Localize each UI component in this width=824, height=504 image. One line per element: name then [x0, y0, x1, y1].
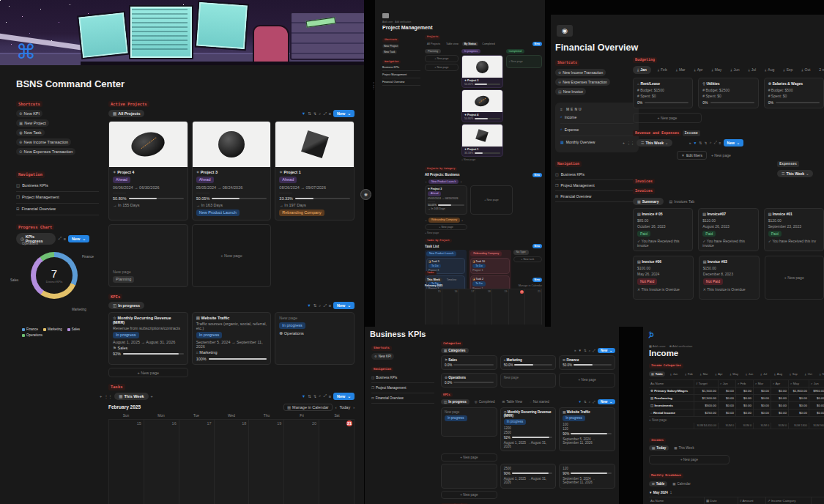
- pm-tab[interactable]: Completed: [480, 41, 497, 47]
- expand-icon[interactable]: ⤢: [323, 303, 326, 308]
- expand-icon[interactable]: ⤢: [593, 349, 595, 352]
- month-tab[interactable]: ⤓Nov: [817, 371, 824, 377]
- project-card-empty[interactable]: New page Planning: [108, 224, 188, 287]
- calendar-cell[interactable]: 16: [442, 289, 459, 325]
- calendar-cell[interactable]: 20: [284, 420, 319, 504]
- plus-icon[interactable]: +: [623, 141, 625, 145]
- month-tab[interactable]: ⤓Feb: [683, 371, 695, 377]
- expand-icon[interactable]: ⤢: [714, 140, 717, 145]
- month-tab[interactable]: ⤓Feb: [656, 66, 669, 74]
- search-icon[interactable]: ⌕: [319, 393, 321, 399]
- pm-tab-this-week[interactable]: This Week: [425, 278, 442, 282]
- shortcut-new-kpi[interactable]: ⊕New KPI: [16, 110, 42, 117]
- pm-tab[interactable]: Table view: [444, 41, 461, 47]
- search-icon[interactable]: ⌕: [710, 140, 712, 145]
- month-tab-jan[interactable]: ⤓Jan: [633, 66, 651, 74]
- plus-icon[interactable]: +: [461, 219, 463, 222]
- month-tab[interactable]: ⤓Mar: [698, 371, 710, 377]
- menu-item-expense[interactable]: ⌕Expense: [560, 124, 634, 136]
- new-page-button[interactable]: + New page: [633, 113, 702, 123]
- tab-mb-table[interactable]: ⊞Table: [649, 481, 667, 486]
- invoice-card[interactable]: ▤ Invoice # 05 $85.00 October 26, 2023 P…: [633, 208, 693, 251]
- tab-in-progress[interactable]: ◫In progress: [108, 302, 144, 309]
- chevron-right-icon[interactable]: ›: [353, 405, 355, 410]
- sort-icon[interactable]: ⇅: [584, 400, 587, 404]
- bolt-icon[interactable]: ↯: [313, 111, 317, 116]
- pm-nav-item[interactable]: Financial Overview: [382, 78, 420, 86]
- month-tab[interactable]: ⤓Jan: [668, 371, 680, 377]
- pm-project-card[interactable]: ✦ Project 450.80%: [461, 89, 503, 122]
- calendar-cell[interactable]: 19: [249, 420, 284, 504]
- kanban-col-header[interactable]: No Type: [513, 250, 529, 254]
- tab-expenses-this-week[interactable]: ☰This Week⌄: [777, 170, 813, 177]
- month-tab[interactable]: ⤓Apr: [692, 66, 705, 74]
- settings-icon[interactable]: ≡: [329, 111, 331, 116]
- shortcut-new-project[interactable]: ▣New Project: [16, 119, 49, 127]
- month-tab[interactable]: ⤓Jun: [728, 66, 741, 74]
- settings-icon[interactable]: ≡: [329, 303, 331, 308]
- calendar-cell[interactable]: 16: [144, 420, 179, 504]
- calendar-cell[interactable]: 17: [459, 289, 475, 325]
- group-toggle-icon[interactable]: ⌄: [425, 180, 427, 183]
- bkpi-shortcut-new-kpi[interactable]: ⊕New KPI: [371, 353, 394, 360]
- nav-financial-overview[interactable]: ⊟Financial Overview: [16, 204, 99, 215]
- shortcut-new-income[interactable]: ⊕New Income Transaction: [16, 138, 71, 146]
- pm-tab-timeline[interactable]: Timeline: [445, 277, 459, 283]
- invoice-card[interactable]: ▤ Invoice #03 $150.00 December 8, 2023 N…: [699, 256, 760, 300]
- kpi-card-values[interactable]: 2500 90% August 1, 2025 → August 31, 202…: [500, 464, 557, 489]
- new-page-card[interactable]: + New page: [470, 185, 513, 215]
- kanban-col-header[interactable]: In progress: [461, 49, 480, 53]
- nav-financial-overview[interactable]: ⊟Financial Overview: [555, 191, 637, 202]
- kpi-card-new-page[interactable]: New page In progress ⚉ Operations: [275, 312, 355, 365]
- new-page-button[interactable]: + New page: [441, 491, 497, 499]
- filter-icon[interactable]: ▼: [579, 400, 582, 404]
- calendar-cell[interactable]: 15: [426, 289, 442, 325]
- new-page-link[interactable]: + New page: [425, 231, 542, 234]
- month-tab[interactable]: ⤓Aug: [772, 371, 784, 377]
- kpi-card-empty[interactable]: [441, 464, 497, 489]
- new-button[interactable]: New: [532, 42, 542, 46]
- pm-shortcut-new-task[interactable]: New Task: [382, 50, 397, 54]
- pm-project-card[interactable]: ✦ Project 350.05%: [461, 55, 503, 88]
- drag-handle-icon[interactable]: ⋮⋮: [104, 394, 112, 399]
- group-header[interactable]: Rebranding Company: [428, 218, 460, 222]
- budget-card-salaries[interactable]: ⚉ Salaries & Wages # Budget: $500 # Spen…: [764, 78, 824, 108]
- filter-icon[interactable]: ▼: [693, 141, 697, 145]
- kpi-card-values[interactable]: 120 90% September 5, 2024 → September 11…: [559, 464, 615, 489]
- category-card-new-page[interactable]: New page: [500, 373, 557, 388]
- search-icon[interactable]: ⌕: [589, 400, 591, 404]
- donut-chart[interactable]: 7Distinct KPIs: [31, 252, 78, 299]
- sort-icon[interactable]: ⇅: [308, 111, 311, 116]
- filter-icon[interactable]: ▼: [307, 303, 311, 308]
- bolt-icon[interactable]: ↯: [313, 394, 317, 399]
- month-tab[interactable]: ⤓Oct: [803, 371, 814, 377]
- expand-icon[interactable]: ⤢: [323, 111, 326, 116]
- month-tab[interactable]: ⤓May: [728, 371, 741, 377]
- calendar-cell[interactable]: 21: [525, 289, 542, 325]
- new-button[interactable]: New: [532, 173, 542, 177]
- new-page-card[interactable]: + New page: [425, 64, 459, 71]
- tab-mb-calendar[interactable]: ▦Calendar: [670, 481, 693, 487]
- calendar-cell-today[interactable]: 21: [319, 420, 355, 504]
- fin-shortcut-new-expenses[interactable]: ⊖New Expenses Transaction: [555, 78, 610, 86]
- table-row-name[interactable]: ▤ Freelancing: [649, 395, 694, 402]
- fin-shortcut-new-income[interactable]: ⊕New Income Transaction: [555, 69, 606, 76]
- new-page-link[interactable]: + New page: [461, 158, 503, 161]
- group-toggle-icon[interactable]: ⌄: [425, 219, 427, 222]
- pm-shortcut-new-project[interactable]: New Project: [382, 44, 399, 48]
- invoice-card[interactable]: ▤ Invoice #06 $100.00 May 26, 2024 Not P…: [633, 256, 694, 300]
- new-page-card[interactable]: + New page: [559, 373, 615, 388]
- nav-business-kpis[interactable]: ◫Business KPIs: [16, 180, 99, 192]
- pm-page-icon[interactable]: [382, 13, 389, 18]
- budget-card-rent[interactable]: ⌂ Rent/Lease # Budget: $1500 # Spent: $0…: [633, 78, 693, 108]
- month-tab[interactable]: ⤓Jun: [743, 371, 755, 377]
- add-verification-button[interactable]: Add verification: [395, 21, 411, 23]
- tab-in-progress[interactable]: ◫In progress: [441, 399, 469, 404]
- tab-summary[interactable]: ▦Summary: [633, 198, 664, 205]
- sort-icon[interactable]: ⇅: [584, 349, 587, 352]
- pm-tab-by-status[interactable]: By Status: [462, 42, 479, 46]
- search-icon[interactable]: ⌕: [589, 349, 591, 352]
- new-page-card[interactable]: + New page: [192, 224, 272, 287]
- fin-shortcut-new-invoice[interactable]: ▤New Invoice: [555, 88, 586, 95]
- category-card-finance[interactable]: ⊟ Finance 50.0%: [559, 355, 615, 370]
